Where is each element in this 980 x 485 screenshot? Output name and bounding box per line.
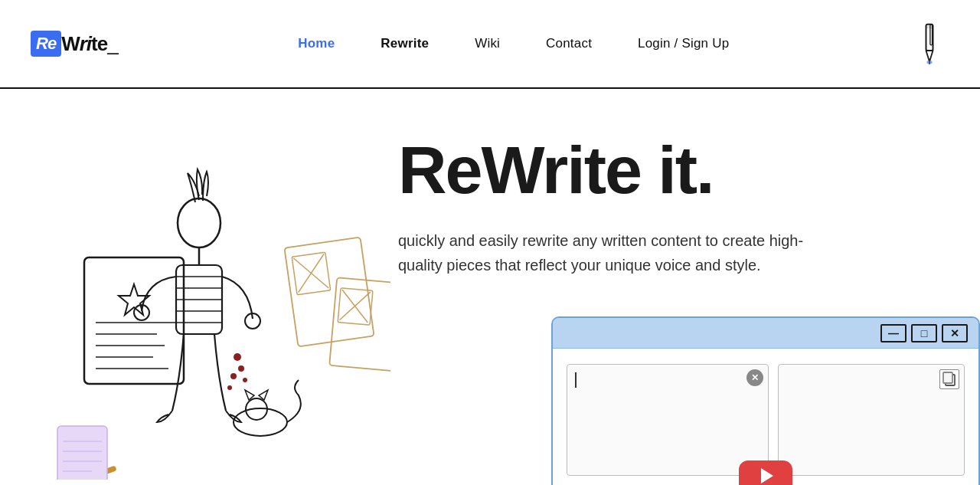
- svg-rect-32: [284, 238, 374, 347]
- nav-item-contact[interactable]: Contact: [546, 36, 592, 51]
- app-input-field[interactable]: ✕: [567, 364, 769, 476]
- hero-subtitle: quickly and easily rewrite any written c…: [398, 228, 804, 277]
- svg-point-29: [230, 373, 237, 379]
- app-output-field: [778, 364, 965, 476]
- nav-link-home[interactable]: Home: [298, 36, 335, 51]
- svg-line-34: [293, 254, 328, 292]
- svg-rect-49: [943, 372, 952, 383]
- hero-title: ReWrite it.: [398, 135, 934, 205]
- nav-link-login[interactable]: Login / Sign Up: [638, 36, 729, 51]
- nav-link-wiki[interactable]: Wiki: [475, 36, 500, 51]
- navbar: Re Write_ Home Rewrite Wiki Contact Logi…: [0, 0, 980, 89]
- nav-link-contact[interactable]: Contact: [546, 36, 592, 51]
- play-triangle-icon: [761, 468, 773, 483]
- svg-point-5: [926, 61, 932, 64]
- logo-box: Re: [31, 31, 61, 57]
- svg-point-6: [178, 198, 220, 247]
- input-clear-button[interactable]: ✕: [746, 369, 763, 386]
- hero-section: ReWrite it. quickly and easily rewrite a…: [0, 89, 980, 485]
- play-button[interactable]: [739, 460, 792, 485]
- svg-rect-14: [84, 257, 184, 384]
- nav-links: Home Rewrite Wiki Contact Login / Sign U…: [298, 36, 729, 51]
- svg-point-28: [238, 365, 244, 372]
- close-button[interactable]: ✕: [942, 324, 968, 342]
- nav-link-rewrite[interactable]: Rewrite: [381, 36, 429, 51]
- pen-svg: [915, 23, 944, 64]
- app-titlebar: — □ ✕: [553, 318, 978, 349]
- copy-button[interactable]: [939, 369, 959, 389]
- maximize-button[interactable]: □: [911, 324, 937, 342]
- svg-point-30: [243, 378, 247, 382]
- hero-illustration: [0, 89, 413, 485]
- nav-item-rewrite[interactable]: Rewrite: [381, 36, 429, 51]
- text-cursor: [575, 372, 577, 388]
- minimize-button[interactable]: —: [880, 324, 906, 342]
- nav-item-login[interactable]: Login / Sign Up: [638, 36, 729, 51]
- svg-point-31: [227, 385, 232, 390]
- hero-content: ReWrite it. quickly and easily rewrite a…: [398, 135, 934, 277]
- svg-point-27: [234, 353, 241, 361]
- copy-icon: [942, 372, 956, 387]
- svg-rect-4: [926, 26, 933, 29]
- logo-text: Write_: [61, 32, 117, 56]
- svg-line-38: [339, 290, 370, 323]
- nav-item-wiki[interactable]: Wiki: [475, 36, 500, 51]
- pen-icon: [910, 24, 949, 64]
- illustration-svg: [23, 104, 390, 480]
- nav-item-home[interactable]: Home: [298, 36, 335, 51]
- logo[interactable]: Re Write_: [31, 31, 118, 57]
- app-window: — □ ✕ ✕: [551, 316, 980, 485]
